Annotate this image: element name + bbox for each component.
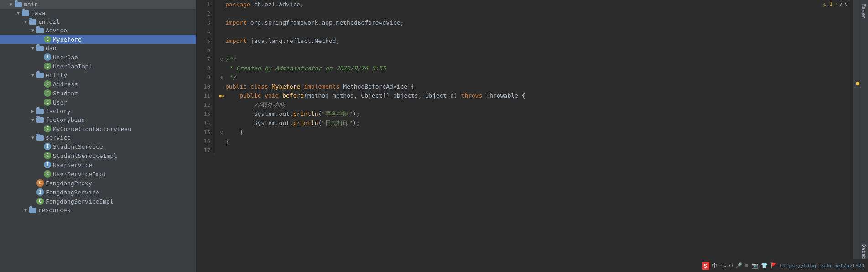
line-gutter: ⊖: [218, 73, 225, 82]
blog-url: https://blog.csdn.net/ozl520: [780, 263, 864, 269]
sidebar-item-label: UserService: [53, 162, 92, 168]
sidebar-item-studentservice[interactable]: I StudentService: [0, 142, 196, 151]
line-number: 15: [196, 128, 214, 137]
code-content: //额外功能: [225, 100, 859, 110]
editor-indicators: ⚠ 1 ✓ ∧ ∨: [821, 0, 850, 8]
nav-up-indicator[interactable]: ∧: [840, 1, 843, 7]
line-number: 2: [196, 9, 214, 18]
sidebar-item-userdaoimpl[interactable]: C UserDaoImpl: [0, 62, 196, 71]
code-line-17: 17: [196, 146, 859, 155]
interface-icon: I: [44, 161, 51, 168]
ime-emoji: ☺: [729, 262, 733, 269]
code-line-7: 7 ⊖ /**: [196, 55, 859, 64]
sidebar-item-userserviceimpl[interactable]: C UserServiceImpl: [0, 169, 196, 178]
sidebar-item-userservice[interactable]: I UserService: [0, 160, 196, 169]
class-orange-icon: C: [36, 179, 44, 187]
editor-scrollbar[interactable]: [853, 0, 859, 272]
sidebar-item-label: factorybean: [46, 116, 85, 123]
sidebar-item-main[interactable]: main: [0, 0, 196, 9]
line-number: 17: [196, 146, 214, 155]
line-number: 3: [196, 18, 214, 27]
sidebar-item-label: dao: [46, 45, 56, 52]
sidebar-item-entity[interactable]: entity: [0, 71, 196, 79]
code-line-5: 5 import java.lang.reflect.Method;: [196, 37, 859, 46]
sougou-logo: S: [702, 262, 709, 270]
sidebar-item-label: Address: [53, 81, 78, 88]
folder-icon: [36, 109, 44, 114]
ime-flag: 🚩: [770, 262, 777, 269]
code-line-13: 13 System.out.println("事务控制");: [196, 110, 859, 119]
code-content: public void before(Method method, Object…: [225, 91, 859, 100]
sidebar-item-student[interactable]: C Student: [0, 89, 196, 98]
line-number: 5: [196, 37, 214, 46]
maven-tab[interactable]: Maven: [860, 0, 868, 22]
folder-icon: [36, 117, 44, 123]
sidebar-item-cnozl[interactable]: cn.ozl: [0, 17, 196, 26]
class-icon: C: [44, 99, 51, 106]
line-number: 6: [196, 46, 214, 55]
class-icon: C: [44, 125, 51, 132]
arrow-advice: [29, 28, 36, 33]
folder-icon: [29, 208, 36, 213]
code-line-6: 6: [196, 46, 859, 55]
sidebar-item-label: cn.ozl: [38, 18, 60, 25]
code-content: }: [225, 128, 859, 137]
project-tree[interactable]: main java cn.ozl Advice C Mybefore dao I…: [0, 0, 196, 272]
arrow-resources: [22, 208, 29, 213]
sidebar-item-advice[interactable]: Advice: [0, 26, 196, 35]
sidebar-item-label: service: [46, 134, 71, 141]
class-icon: C: [44, 80, 51, 88]
sidebar-item-factory[interactable]: factory: [0, 107, 196, 115]
warning-indicator: ⚠ 1: [823, 1, 833, 7]
sidebar-item-dao[interactable]: dao: [0, 44, 196, 52]
class-icon: C: [44, 89, 51, 97]
line-number: 14: [196, 119, 214, 128]
interface-icon: I: [36, 188, 44, 196]
code-line-11: 11 ●⊖ public void before(Method method, …: [196, 91, 859, 100]
sidebar-item-userdao[interactable]: I UserDao: [0, 52, 196, 62]
sidebar-item-fangdongservice[interactable]: I FangdongService: [0, 188, 196, 197]
sidebar-item-mybefore[interactable]: C Mybefore: [0, 35, 196, 44]
folder-icon: [36, 28, 44, 33]
arrow-entity: [29, 73, 36, 78]
line-number: 1: [196, 0, 214, 9]
sidebar-item-myconnetionfactorybean[interactable]: C MyConnetionFactoryBean: [0, 124, 196, 133]
code-scroll-area[interactable]: 1 package ch.ozl.Advice; 2 3 import org.…: [196, 0, 859, 272]
taskbar-right: S 中 ·ₒ ☺ 🎤 ⌨ 📷 👕 🚩 https://blog.csdn.net…: [698, 259, 868, 272]
class-icon: C: [36, 198, 44, 205]
sidebar-item-label: entity: [46, 72, 67, 78]
sidebar-item-fangdongproxy[interactable]: C FangdongProxy: [0, 178, 196, 188]
sidebar-item-label: UserDaoImpl: [53, 63, 92, 70]
line-number: 16: [196, 137, 214, 146]
arrow-dao: [29, 46, 36, 51]
code-content: import java.lang.reflect.Method;: [225, 37, 859, 46]
sidebar-item-label: UserServiceImpl: [53, 171, 106, 178]
code-content: */: [225, 73, 859, 82]
folder-icon: [15, 2, 22, 7]
folder-icon: [22, 10, 29, 16]
code-content: System.out.println("日志打印");: [225, 119, 859, 128]
line-number: 4: [196, 27, 214, 37]
sidebar-item-label: factory: [46, 108, 71, 115]
ime-mic: 🎤: [735, 262, 742, 269]
sidebar-item-label: User: [53, 99, 67, 106]
sidebar-item-java[interactable]: java: [0, 9, 196, 17]
sidebar-item-service[interactable]: service: [0, 133, 196, 142]
sidebar-item-label: FangdongService: [46, 189, 99, 196]
code-line-16: 16 }: [196, 137, 859, 146]
nav-down-indicator[interactable]: ∨: [845, 1, 848, 7]
sidebar-item-factorybean[interactable]: factorybean: [0, 115, 196, 124]
code-editor[interactable]: ⚠ 1 ✓ ∧ ∨ 1 package ch.ozl.Advice; 2 3 i…: [196, 0, 859, 272]
arrow-factorybean: [29, 117, 36, 122]
class-icon: C: [44, 152, 51, 159]
sidebar-item-user[interactable]: C User: [0, 98, 196, 107]
sidebar-item-label: StudentService: [53, 143, 103, 150]
class-icon: C: [44, 170, 51, 178]
sidebar-item-label: FangdongServiceImpl: [46, 198, 114, 205]
sidebar-item-resources[interactable]: resources: [0, 206, 196, 214]
line-number: 12: [196, 100, 214, 110]
ok-indicator: ✓: [834, 1, 837, 7]
sidebar-item-fangdongserviceimpl[interactable]: C FangdongServiceImpl: [0, 197, 196, 206]
sidebar-item-studentserviceimpl[interactable]: C StudentServiceImpl: [0, 151, 196, 160]
sidebar-item-address[interactable]: C Address: [0, 79, 196, 89]
